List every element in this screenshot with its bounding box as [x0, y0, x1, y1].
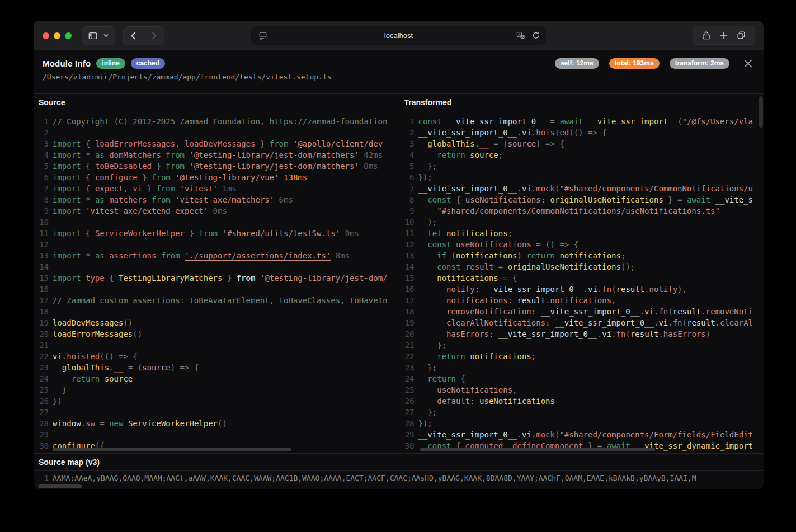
line-number: 30	[399, 440, 415, 451]
address-bar[interactable]: localhost	[251, 26, 546, 45]
source-panel: Source 1// Copyright (C) 2012-2025 Zamma…	[34, 94, 399, 453]
line-number: 19	[399, 317, 415, 328]
code-line: 27	[34, 407, 399, 418]
close-icon[interactable]	[744, 59, 752, 68]
back-button[interactable]	[129, 31, 138, 40]
module-file-path: /Users/vladimir/Projects/zammad/app/fron…	[43, 73, 755, 81]
code-line: 20loadErrorMessages()	[34, 328, 399, 340]
line-number: 22	[399, 351, 415, 362]
line-number: 10	[34, 216, 49, 228]
code-line: 17// Zammad custom assertions: toBeAvata…	[34, 295, 399, 306]
code-line: 10 );	[399, 216, 764, 228]
line-number: 6	[34, 172, 49, 183]
reader-icon[interactable]	[258, 31, 267, 41]
line-number: 25	[399, 384, 415, 396]
timing-badges: self: 12mstotal: 193mstransform: 2ms	[549, 58, 729, 69]
line-number: 29	[34, 429, 49, 440]
code-line: 3 globalThis.__ = (source) => {	[399, 138, 764, 149]
code-line: 7__vite_ssr_import_0__.vi.mock("#shared/…	[399, 183, 764, 194]
translate-icon[interactable]	[516, 31, 525, 40]
code-panels: Source 1// Copyright (C) 2012-2025 Zamma…	[34, 93, 764, 453]
code-line: 24 return source	[34, 373, 399, 384]
code-line: 25 }	[34, 384, 399, 396]
code-line: 5 };	[399, 161, 764, 172]
share-icon[interactable]	[701, 30, 711, 40]
source-horizontal-scrollbar[interactable]	[53, 448, 291, 451]
line-number: 5	[399, 161, 415, 172]
code-line: 4import * as domMatchers from '@testing-…	[34, 149, 399, 161]
transformed-code-view: 1const __vite_ssr_import_0__ = await __v…	[399, 111, 764, 453]
close-window-button[interactable]	[43, 32, 49, 39]
code-line: 18 removeNotification: __vite_ssr_import…	[399, 306, 764, 317]
line-number: 2	[34, 127, 49, 138]
tab-overview-icon[interactable]	[736, 30, 746, 40]
code-line: 28});	[399, 418, 764, 429]
line-number: 20	[399, 328, 415, 340]
line-number: 20	[34, 328, 49, 340]
source-map-line-number: 1	[34, 473, 49, 484]
nav-divider	[144, 31, 144, 41]
code-line: 29	[34, 429, 399, 440]
transformed-vertical-scrollbar[interactable]	[759, 96, 763, 128]
reload-icon[interactable]	[532, 31, 540, 40]
nav-buttons	[123, 26, 164, 45]
code-line: 4 return source;	[399, 149, 764, 161]
source-map-section: Source map (v3) 1 AAMA;AAeA,yBAAG,QAAQ,M…	[34, 453, 764, 489]
forward-button[interactable]	[149, 31, 158, 40]
line-number: 4	[399, 149, 415, 161]
status-badge: total: 193ms	[609, 58, 660, 69]
code-line: 29__vite_ssr_import_0__.vi.mock("#shared…	[399, 429, 764, 440]
code-line: 26 default: useNotifications	[399, 396, 764, 407]
line-number: 28	[399, 418, 415, 429]
code-line: 12	[34, 239, 399, 250]
line-number: 24	[399, 373, 415, 384]
code-line: 15import type { TestingLibraryMatchers }…	[34, 272, 399, 284]
code-line: 21	[34, 340, 399, 351]
line-number: 5	[34, 161, 49, 172]
page-title: Module Info	[43, 59, 91, 68]
line-number: 4	[34, 149, 49, 161]
code-line: 16 notify: __vite_ssr_import_0__.vi.fn(r…	[399, 284, 764, 295]
code-line: 11import { ServiceWorkerHelper } from '#…	[34, 228, 399, 239]
code-line: 24 return {	[399, 373, 764, 384]
line-number: 30	[34, 440, 49, 451]
url-text: localhost	[251, 31, 546, 40]
code-line: 13import * as assertions from './support…	[34, 250, 399, 261]
transformed-horizontal-scrollbar[interactable]	[420, 448, 655, 451]
line-number: 12	[399, 239, 415, 250]
code-line: 23 globalThis.__ = (source) => {	[34, 362, 399, 373]
new-tab-icon[interactable]	[719, 31, 728, 40]
transformed-panel-title: Transformed	[399, 94, 764, 111]
code-line: 21 };	[399, 340, 764, 351]
sidebar-toggle-button[interactable]	[82, 26, 115, 45]
line-number: 27	[399, 407, 415, 418]
code-line: 6import { configure } from '@testing-lib…	[34, 172, 399, 183]
line-number: 10	[399, 216, 415, 228]
browser-window: localhost	[34, 21, 764, 489]
line-number: 18	[399, 306, 415, 317]
transformed-panel: Transformed 1const __vite_ssr_import_0__…	[399, 94, 764, 453]
line-number: 11	[399, 228, 415, 239]
line-number: 23	[399, 362, 415, 373]
source-map-title: Source map (v3)	[34, 454, 764, 471]
code-line: 23 };	[399, 362, 764, 373]
file-link[interactable]: './support/assertions/index.ts'	[185, 251, 331, 260]
line-number: 26	[34, 396, 49, 407]
code-line: 5import { toBeDisabled } from '@testing-…	[34, 161, 399, 172]
code-line: 3import { loadErrorMessages, loadDevMess…	[34, 138, 399, 149]
line-number: 9	[34, 205, 49, 216]
line-number: 17	[399, 295, 415, 306]
line-number: 24	[34, 373, 49, 384]
source-panel-title: Source	[34, 94, 399, 111]
code-line: 16	[34, 284, 399, 295]
code-line: 20 hasErrors: __vite_ssr_import_0__.vi.f…	[399, 328, 764, 340]
code-line: 18	[34, 306, 399, 317]
zoom-window-button[interactable]	[65, 32, 72, 39]
source-map-horizontal-scrollbar[interactable]	[38, 484, 82, 488]
minimize-window-button[interactable]	[54, 32, 60, 39]
status-badge: cached	[131, 58, 165, 69]
line-number: 8	[34, 194, 49, 205]
line-number: 3	[399, 138, 415, 149]
code-line: 6});	[399, 172, 764, 183]
chevron-down-icon	[103, 32, 109, 39]
